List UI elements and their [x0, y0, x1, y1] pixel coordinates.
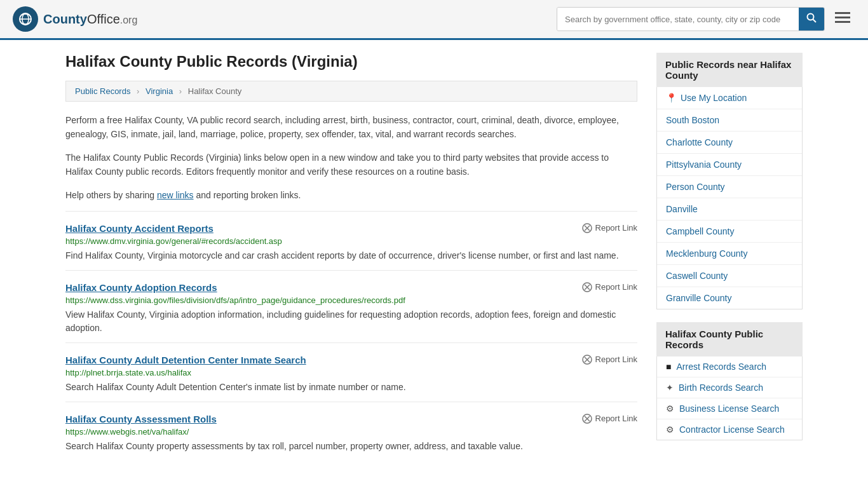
record-url[interactable]: https://www.dmv.virginia.gov/general/#re… — [65, 236, 637, 246]
nearby-place-link[interactable]: Granville County — [666, 293, 732, 303]
nearby-place-link[interactable]: Person County — [666, 182, 725, 192]
use-my-location-item[interactable]: 📍 Use My Location — [657, 87, 802, 109]
nearby-place-link[interactable]: Mecklenburg County — [666, 248, 747, 259]
logo-icon — [13, 6, 38, 32]
public-record-link[interactable]: Business License Search — [679, 403, 779, 414]
description-3: Help others by sharing new links and rep… — [65, 188, 637, 202]
public-record-item: ■Arrest Records Search — [657, 356, 802, 377]
record-item: Halifax County Adoption Records Report L… — [65, 270, 637, 342]
public-record-link[interactable]: Contractor License Search — [679, 424, 785, 435]
record-url[interactable]: https://www.webgis.net/va/halifax/ — [65, 427, 637, 437]
record-description: Search Halifax County property assessmen… — [65, 440, 637, 453]
nearby-place-item: Pittsylvania County — [657, 154, 802, 176]
record-title[interactable]: Halifax County Accident Reports — [65, 223, 214, 234]
record-header: Halifax County Adult Detention Center In… — [65, 355, 637, 365]
record-title[interactable]: Halifax County Assessment Rolls — [65, 414, 217, 424]
record-header: Halifax County Adoption Records Report L… — [65, 282, 637, 293]
report-link-button[interactable]: Report Link — [582, 355, 637, 365]
report-icon — [582, 414, 592, 424]
record-item: Halifax County Assessment Rolls Report L… — [65, 402, 637, 461]
report-icon — [582, 355, 592, 365]
public-record-item: ⚙Business License Search — [657, 398, 802, 419]
record-header: Halifax County Assessment Rolls Report L… — [65, 414, 637, 424]
breadcrumb: Public Records › Virginia › Halifax Coun… — [65, 81, 637, 102]
public-records-list: ■Arrest Records Search✦Birth Records Sea… — [656, 356, 803, 440]
record-item: Halifax County Adult Detention Center In… — [65, 342, 637, 402]
logo-text: CountyOffice.org — [43, 12, 137, 27]
nearby-place-item: Caswell County — [657, 265, 802, 287]
page-title: Halifax County Public Records (Virginia) — [65, 53, 637, 71]
nearby-list: 📍 Use My Location South BostonCharlotte … — [656, 87, 803, 309]
record-description: Find Halifax County, Virginia motorcycle… — [65, 249, 637, 262]
nearby-place-link[interactable]: Charlotte County — [666, 137, 733, 147]
svg-rect-8 — [835, 21, 850, 23]
nearby-place-item: Charlotte County — [657, 132, 802, 154]
site-header: CountyOffice.org — [0, 0, 868, 40]
public-record-link[interactable]: Arrest Records Search — [676, 362, 766, 372]
nearby-place-item: South Boston — [657, 109, 802, 132]
record-title[interactable]: Halifax County Adoption Records — [65, 282, 217, 293]
use-my-location-link[interactable]: Use My Location — [681, 93, 747, 103]
svg-rect-6 — [835, 12, 850, 14]
nearby-place-item: Mecklenburg County — [657, 243, 802, 265]
nearby-place-item: Danville — [657, 198, 802, 220]
record-url[interactable]: https://www.dss.virginia.gov/files/divis… — [65, 295, 637, 305]
report-link-button[interactable]: Report Link — [582, 414, 637, 424]
nearby-place-item: Person County — [657, 176, 802, 198]
logo-area: CountyOffice.org — [13, 6, 137, 32]
report-icon — [582, 282, 592, 292]
svg-rect-7 — [835, 17, 850, 18]
search-box — [557, 7, 825, 31]
public-record-item: ✦Birth Records Search — [657, 377, 802, 398]
record-title[interactable]: Halifax County Adult Detention Center In… — [65, 355, 306, 365]
nearby-place-link[interactable]: South Boston — [666, 115, 719, 125]
record-description: Search Halifax County Adult Detention Ce… — [65, 381, 637, 394]
new-links-link[interactable]: new links — [157, 190, 194, 200]
breadcrumb-sep-1: › — [137, 86, 139, 96]
arrest-icon: ■ — [666, 362, 671, 372]
menu-button[interactable] — [830, 8, 855, 30]
breadcrumb-sep-2: › — [179, 86, 182, 96]
record-item: Halifax County Accident Reports Report L… — [65, 211, 637, 270]
gear-icon: ⚙ — [666, 424, 674, 435]
nearby-place-item: Campbell County — [657, 220, 802, 243]
nearby-place-link[interactable]: Pittsylvania County — [666, 159, 742, 170]
pin-icon: 📍 — [666, 93, 677, 103]
search-input[interactable] — [557, 8, 799, 30]
breadcrumb-virginia[interactable]: Virginia — [146, 86, 173, 96]
nearby-place-link[interactable]: Campbell County — [666, 226, 734, 236]
public-record-link[interactable]: Birth Records Search — [679, 383, 763, 393]
public-record-item: ⚙Contractor License Search — [657, 419, 802, 440]
record-url[interactable]: http://plnet.brrja.state.va.us/halifax — [65, 368, 637, 377]
record-header: Halifax County Accident Reports Report L… — [65, 223, 637, 234]
svg-point-4 — [808, 14, 814, 20]
nearby-place-link[interactable]: Danville — [666, 204, 698, 214]
main-container: Halifax County Public Records (Virginia)… — [53, 40, 815, 473]
nearby-place-item: Granville County — [657, 287, 802, 309]
report-link-button[interactable]: Report Link — [582, 223, 637, 233]
svg-line-5 — [813, 20, 817, 23]
nearby-heading: Public Records near Halifax County — [656, 53, 803, 87]
search-area — [557, 7, 855, 31]
report-link-button[interactable]: Report Link — [582, 282, 637, 292]
content-area: Halifax County Public Records (Virginia)… — [65, 53, 637, 461]
description-1: Perform a free Halifax County, VA public… — [65, 113, 637, 142]
gear-icon: ⚙ — [666, 403, 674, 414]
record-description: View Halifax County, Virginia adoption i… — [65, 308, 637, 335]
birth-icon: ✦ — [666, 383, 674, 393]
report-icon — [582, 223, 592, 233]
breadcrumb-current: Halifax County — [188, 86, 242, 96]
breadcrumb-public-records[interactable]: Public Records — [75, 86, 130, 96]
search-button[interactable] — [799, 8, 824, 30]
nearby-place-link[interactable]: Caswell County — [666, 271, 728, 281]
nearby-section: Public Records near Halifax County 📍 Use… — [656, 53, 803, 309]
public-records-items: ■Arrest Records Search✦Birth Records Sea… — [657, 356, 802, 440]
public-records-heading: Halifax County Public Records — [656, 322, 803, 356]
public-records-section: Halifax County Public Records ■Arrest Re… — [656, 322, 803, 440]
records-list: Halifax County Accident Reports Report L… — [65, 211, 637, 461]
description-2: The Halifax County Public Records (Virgi… — [65, 151, 637, 179]
nearby-places-list: South BostonCharlotte CountyPittsylvania… — [657, 109, 802, 309]
sidebar: Public Records near Halifax County 📍 Use… — [656, 53, 803, 461]
